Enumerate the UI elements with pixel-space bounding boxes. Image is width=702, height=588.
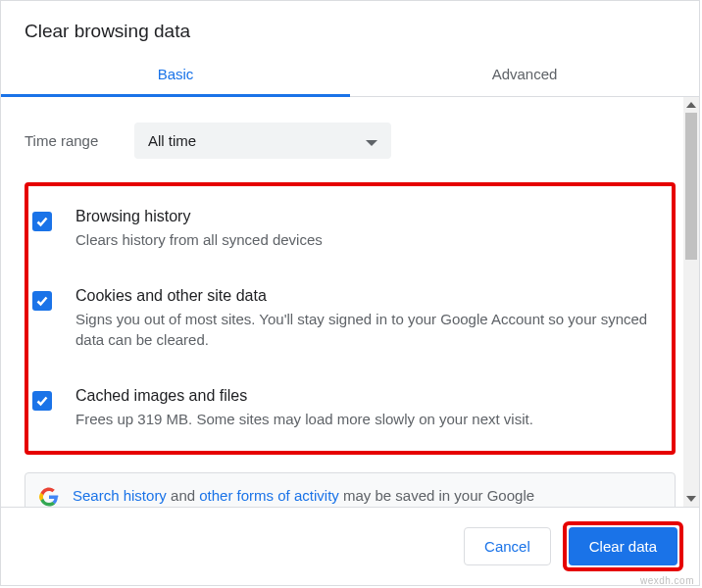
option-desc: Frees up 319 MB. Some sites may load mor… [75, 409, 533, 429]
clear-data-button[interactable]: Clear data [569, 527, 677, 565]
option-title: Cached images and files [75, 387, 533, 405]
google-info-row: Search history and other forms of activi… [25, 472, 676, 507]
link-search-history[interactable]: Search history [73, 487, 167, 504]
tab-advanced[interactable]: Advanced [350, 54, 699, 96]
time-range-dropdown[interactable]: All time [134, 122, 391, 159]
google-icon [39, 487, 59, 507]
tab-bar: Basic Advanced [1, 54, 699, 97]
scrollbar-track[interactable] [683, 113, 699, 491]
dropdown-value: All time [148, 132, 196, 149]
tab-label: Advanced [492, 66, 558, 82]
link-other-activity[interactable]: other forms of activity [199, 487, 339, 504]
checkbox-cookies[interactable] [32, 291, 52, 311]
scroll-up-button[interactable] [683, 97, 699, 113]
button-label: Clear data [589, 538, 657, 555]
option-cookies: Cookies and other site data Signs you ou… [32, 277, 664, 360]
watermark: wexdh.com [640, 575, 694, 586]
dialog-title: Clear browsing data [25, 21, 676, 42]
clear-data-highlight: Clear data [563, 521, 683, 571]
time-range-row: Time range All time [25, 122, 676, 159]
option-title: Cookies and other site data [75, 287, 664, 305]
scrollbar-thumb[interactable] [685, 113, 697, 260]
option-desc: Signs you out of most sites. You'll stay… [75, 309, 664, 350]
option-text: Browsing history Clears history from all… [75, 208, 323, 250]
cancel-button[interactable]: Cancel [464, 527, 551, 565]
scroll-content: Time range All time Browsing history Cle… [1, 97, 699, 507]
option-text: Cached images and files Frees up 319 MB.… [75, 387, 533, 429]
chevron-down-icon [366, 132, 377, 149]
checkbox-browsing-history[interactable] [32, 212, 52, 231]
option-title: Browsing history [75, 208, 323, 225]
option-text: Cookies and other site data Signs you ou… [75, 287, 664, 350]
scroll-area: Time range All time Browsing history Cle… [1, 97, 699, 507]
clear-browsing-data-dialog: Clear browsing data Basic Advanced Time … [0, 0, 700, 586]
tab-basic[interactable]: Basic [1, 54, 350, 96]
info-text: Search history and other forms of activi… [73, 485, 534, 506]
dialog-header: Clear browsing data [1, 1, 699, 54]
info-text-rest: may be saved in your Google [339, 487, 534, 504]
info-text-mid: and [167, 487, 199, 504]
options-highlight: Browsing history Clears history from all… [25, 182, 676, 455]
checkbox-cached[interactable] [32, 391, 52, 411]
option-cached: Cached images and files Frees up 319 MB.… [32, 377, 664, 439]
tab-label: Basic [158, 66, 194, 82]
vertical-scrollbar[interactable] [683, 97, 699, 507]
option-desc: Clears history from all synced devices [75, 229, 323, 250]
option-browsing-history: Browsing history Clears history from all… [32, 198, 664, 260]
scroll-down-button[interactable] [683, 491, 699, 507]
dialog-footer: Cancel Clear data [1, 507, 699, 585]
time-range-label: Time range [25, 132, 134, 149]
button-label: Cancel [484, 538, 530, 555]
